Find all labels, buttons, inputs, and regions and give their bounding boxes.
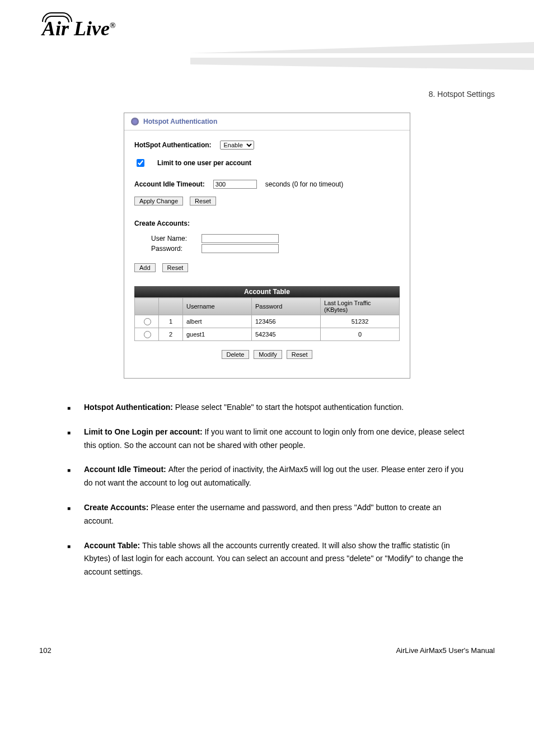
timeout-suffix: seconds (0 for no timeout) [265,180,343,188]
auth-select[interactable]: Enable [220,141,254,150]
bullet-icon: ■ [67,463,84,490]
modify-button[interactable]: Modify [254,350,282,359]
reset-button-2[interactable]: Reset [162,263,189,272]
config-screenshot: Hotspot Authentication HotSpot Authentic… [124,113,410,379]
table-row: 1 albert 123456 51232 [135,315,400,328]
delete-button[interactable]: Delete [222,350,250,359]
header-swoosh [190,42,534,70]
timeout-input[interactable] [213,180,257,189]
reset-button[interactable]: Reset [190,197,216,206]
password-input[interactable] [202,244,279,253]
header-username: Username [183,298,252,315]
header-password: Password [252,298,321,315]
bullet-icon: ■ [67,401,84,414]
apply-change-button[interactable]: Apply Change [134,197,183,206]
description-list: ■ Hotspot Authentication: Please select … [67,401,472,579]
list-item-text: Account Table: This table shows all the … [84,539,472,579]
list-item-text: Limit to One Login per account: If you w… [84,426,472,452]
limit-label: Limit to one user per account [157,159,251,167]
logo: Air Live® [42,17,115,40]
table-row: 2 guest1 542345 0 [135,328,400,341]
password-label: Password: [151,245,202,253]
create-accounts-label: Create Accounts: [134,220,400,227]
limit-checkbox[interactable] [137,159,144,167]
username-label: User Name: [151,235,202,242]
manual-title: AirLive AirMax5 User's Manual [396,646,495,655]
reset-button-3[interactable]: Reset [287,350,313,359]
bullet-icon: ■ [67,426,84,452]
list-item-text: Hotspot Authentication: Please select "E… [84,401,472,414]
add-button[interactable]: Add [134,263,156,272]
username-input[interactable] [202,234,279,243]
auth-label: HotSpot Authentication: [134,141,212,149]
bullet-icon: ■ [67,501,84,528]
panel-title: Hotspot Authentication [143,118,217,125]
timeout-label: Account Idle Timeout: [134,180,205,188]
row-radio[interactable] [144,318,151,325]
row-radio[interactable] [144,331,151,338]
table-title: Account Table [134,286,400,297]
account-table: Username Password Last Login Traffic (KB… [134,297,400,341]
gear-icon [131,118,139,125]
page-number: 102 [39,646,51,655]
list-item-text: Account Idle Timeout: After the period o… [84,463,472,490]
header-traffic: Last Login Traffic (KBytes) [321,298,400,315]
list-item-text: Create Accounts: Please enter the userna… [84,501,472,528]
bullet-icon: ■ [67,539,84,579]
chapter-title: 8. Hotspot Settings [429,90,495,99]
